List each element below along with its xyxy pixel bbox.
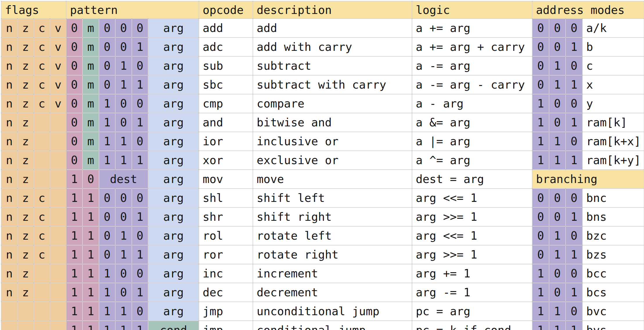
pattern-bit-cell: 1 xyxy=(82,189,99,207)
pattern-bit-cell: 1 xyxy=(115,321,132,330)
mode-bit-cell: 1 xyxy=(532,94,549,113)
flag-cell xyxy=(17,302,34,321)
instruction-set-page: flags pattern opcode description logic a… xyxy=(0,0,644,330)
pattern-bit-cell: 1 xyxy=(66,302,82,321)
instruction-row: nzcv0m100argcmpcomparea - arg100y xyxy=(1,94,644,113)
flag-cell xyxy=(50,207,66,226)
flag-cell xyxy=(50,264,66,283)
mode-bit-cell: 0 xyxy=(566,302,582,321)
mode-bit-cell: 1 xyxy=(566,113,582,132)
logic-cell: pc = arg xyxy=(412,302,532,321)
pattern-arg-cell: arg xyxy=(148,56,199,75)
pattern-bit-cell: 0 xyxy=(82,170,99,189)
pattern-bit-cell: 1 xyxy=(66,170,82,189)
pattern-bit-cell: 1 xyxy=(115,56,132,75)
description-cell: subtract with carry xyxy=(253,75,412,94)
flag-cell: c xyxy=(34,75,50,94)
pattern-bit-cell: 1 xyxy=(115,75,132,94)
mode-bit-cell: 1 xyxy=(532,264,549,283)
pattern-bit-cell: m xyxy=(82,132,99,151)
flag-cell xyxy=(50,321,66,330)
pattern-bit-cell: 1 xyxy=(82,321,99,330)
pattern-bit-cell: 1 xyxy=(132,283,148,302)
opcode-cell: rol xyxy=(199,226,253,245)
flag-cell: c xyxy=(34,94,50,113)
pattern-bit-cell: 0 xyxy=(115,37,132,56)
logic-cell: a -= arg xyxy=(412,56,532,75)
flag-cell: z xyxy=(17,113,34,132)
pattern-bit-cell: 1 xyxy=(115,226,132,245)
mode-bit-cell: 1 xyxy=(532,132,549,151)
flag-cell: z xyxy=(17,75,34,94)
flag-cell xyxy=(34,302,50,321)
logic-cell: arg -= 1 xyxy=(412,283,532,302)
logic-cell: a &= arg xyxy=(412,113,532,132)
table-header: flags pattern opcode description logic a… xyxy=(1,1,644,19)
flag-cell xyxy=(50,151,66,170)
pattern-bit-cell: 0 xyxy=(115,189,132,207)
flag-cell: n xyxy=(1,132,17,151)
opcode-cell: ior xyxy=(199,132,253,151)
branching-header-cell: branching xyxy=(532,170,644,189)
header-pattern: pattern xyxy=(66,1,199,19)
pattern-arg-cell: arg xyxy=(148,264,199,283)
mode-bit-cell: 1 xyxy=(549,151,566,170)
flag-cell: c xyxy=(34,245,50,264)
pattern-bit-cell: 1 xyxy=(82,302,99,321)
mode-bit-cell: 0 xyxy=(566,264,582,283)
instruction-row: nz11100argincincrementarg += 1100bcc xyxy=(1,264,644,283)
flag-cell xyxy=(34,321,50,330)
pattern-bit-cell: 0 xyxy=(66,75,82,94)
pattern-bit-cell: 0 xyxy=(99,19,115,37)
mode-label-cell: c xyxy=(582,56,644,75)
flag-cell: v xyxy=(50,19,66,37)
flag-cell: c xyxy=(34,189,50,207)
instruction-row: nz10destargmovmovedest = argbranching xyxy=(1,170,644,189)
pattern-bit-cell: 1 xyxy=(132,321,148,330)
pattern-bit-cell: 0 xyxy=(132,56,148,75)
mode-bit-cell: 0 xyxy=(532,75,549,94)
mode-bit-cell: 0 xyxy=(532,226,549,245)
pattern-bit-cell: m xyxy=(82,113,99,132)
pattern-bit-cell: 0 xyxy=(99,189,115,207)
mode-bit-cell: 1 xyxy=(549,132,566,151)
opcode-cell: shr xyxy=(199,207,253,226)
pattern-bit-cell: 1 xyxy=(115,132,132,151)
flag-cell: n xyxy=(1,245,17,264)
flag-cell: n xyxy=(1,37,17,56)
pattern-bit-cell: 1 xyxy=(66,226,82,245)
logic-cell: a += arg + carry xyxy=(412,37,532,56)
logic-cell: a -= arg - carry xyxy=(412,75,532,94)
pattern-bit-cell: 1 xyxy=(82,245,99,264)
instruction-row: nzc11000argshlshift leftarg <<= 1000bnc xyxy=(1,189,644,207)
pattern-bit-cell: 1 xyxy=(99,283,115,302)
header-flags: flags xyxy=(1,1,66,19)
mode-label-cell: a/k xyxy=(582,19,644,37)
pattern-bit-cell: 1 xyxy=(99,302,115,321)
pattern-bit-cell: 0 xyxy=(132,189,148,207)
flag-cell: v xyxy=(50,94,66,113)
pattern-arg-cell: arg xyxy=(148,113,199,132)
pattern-bit-cell: 0 xyxy=(66,151,82,170)
flag-cell: z xyxy=(17,245,34,264)
pattern-bit-cell: 1 xyxy=(66,283,82,302)
pattern-arg-cell: arg xyxy=(148,94,199,113)
opcode-cell: ror xyxy=(199,245,253,264)
instruction-row: nzcv0m010argsubsubtracta -= arg010c xyxy=(1,56,644,75)
flag-cell: z xyxy=(17,132,34,151)
flag-cell xyxy=(50,302,66,321)
mode-label-cell: bcc xyxy=(582,264,644,283)
pattern-bit-cell: 0 xyxy=(132,94,148,113)
header-address-modes: address modes xyxy=(532,1,644,19)
instruction-row: 11110argjmpunconditional jumppc = arg110… xyxy=(1,302,644,321)
mode-bit-cell: 1 xyxy=(566,283,582,302)
pattern-bit-cell: 0 xyxy=(66,113,82,132)
table-body: nzcv0m000argaddadda += arg000a/knzcv0m00… xyxy=(1,19,644,330)
flag-cell: c xyxy=(34,207,50,226)
mode-bit-cell: 1 xyxy=(549,302,566,321)
logic-cell: a |= arg xyxy=(412,132,532,151)
flag-cell xyxy=(50,132,66,151)
opcode-cell: dec xyxy=(199,283,253,302)
pattern-bit-cell: m xyxy=(82,19,99,37)
description-cell: subtract xyxy=(253,56,412,75)
